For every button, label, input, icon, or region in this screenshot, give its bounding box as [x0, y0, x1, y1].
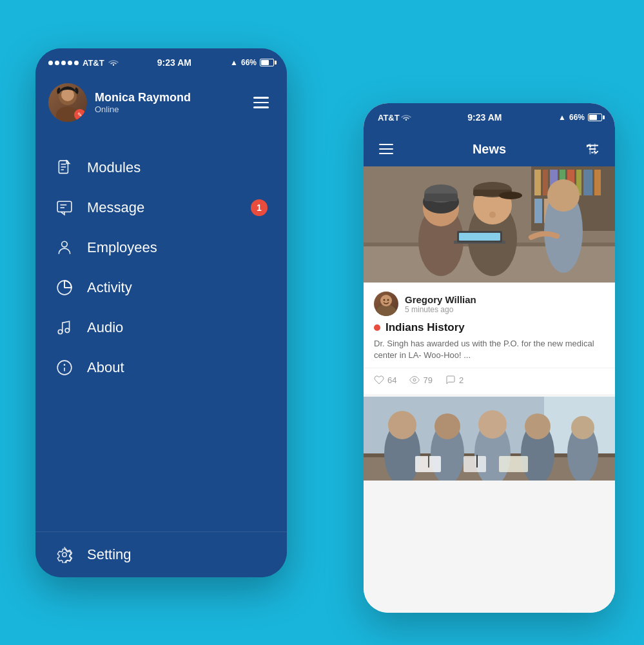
battery-percent-left: 66%	[241, 58, 257, 67]
svg-point-55	[387, 299, 389, 301]
nav-label-about: About	[87, 359, 124, 376]
svg-point-56	[413, 379, 416, 381]
topic-title: Indians History	[385, 321, 465, 334]
nav-label-message: Message	[87, 199, 144, 216]
view-action: 79	[409, 375, 432, 385]
svg-point-68	[525, 413, 551, 439]
svg-point-53	[380, 295, 392, 306]
news-title: News	[473, 142, 506, 157]
author-info-1: Gregory Willian 5 minutes ago	[405, 294, 476, 314]
user-info: ✎ Monica Raymond Online	[48, 83, 191, 122]
svg-rect-74	[428, 455, 429, 468]
status-bar-left-group: AT&T	[48, 58, 119, 68]
article-actions-1: 64 79 2	[364, 368, 615, 394]
article-body-1: Indians History Dr. Singh has awarded us…	[364, 321, 615, 368]
like-action[interactable]: 64	[374, 375, 396, 385]
status-right-right: ▲ 66%	[558, 113, 602, 122]
svg-rect-72	[463, 456, 486, 472]
article-topic: Indians History	[374, 321, 605, 334]
svg-point-15	[65, 328, 70, 332]
svg-point-66	[478, 410, 507, 439]
right-phone-header: News	[364, 132, 615, 166]
nav-menu: Modules Message 1 Employees	[35, 135, 287, 531]
scene: AT&T 9:23 AM ▲ 66%	[0, 0, 644, 645]
svg-point-19	[63, 553, 67, 557]
svg-point-10	[62, 241, 68, 247]
info-icon	[55, 358, 74, 377]
nav-item-activity[interactable]: Activity	[35, 268, 287, 308]
topic-dot	[374, 324, 380, 331]
user-text: Monica Raymond Online	[95, 91, 191, 114]
nav-item-message[interactable]: Message 1	[35, 188, 287, 228]
battery-icon-right	[588, 114, 602, 121]
article-card-2[interactable]	[364, 397, 615, 481]
avatar-edit-badge[interactable]: ✎	[74, 109, 86, 121]
article-meta-1: Gregory Willian 5 minutes ago	[364, 283, 615, 321]
svg-point-47	[547, 179, 580, 212]
document-icon	[55, 158, 74, 177]
nav-item-employees[interactable]: Employees	[35, 228, 287, 268]
chat-icon	[55, 198, 74, 217]
nav-item-audio[interactable]: Audio	[35, 308, 287, 348]
carrier-right: AT&T	[378, 113, 400, 123]
svg-point-54	[384, 299, 385, 301]
article-card-1[interactable]: Gregory Willian 5 minutes ago Indians Hi…	[364, 166, 615, 394]
people-scene-2	[364, 397, 615, 481]
message-badge: 1	[251, 199, 268, 216]
nav-item-about[interactable]: About	[35, 348, 287, 388]
status-bar-right-left: AT&T	[376, 113, 411, 123]
author-avatar-1	[374, 292, 398, 316]
phone-left: AT&T 9:23 AM ▲ 66%	[35, 48, 287, 577]
svg-point-62	[388, 411, 416, 439]
svg-rect-29	[594, 170, 601, 195]
svg-rect-40	[424, 194, 458, 201]
status-bar-right: AT&T 9:23 AM ▲ 66%	[364, 103, 615, 132]
battery-percent-right: 66%	[569, 113, 585, 122]
news-menu-button[interactable]	[376, 139, 396, 159]
status-bar-right-group: ▲ 66%	[230, 58, 274, 67]
svg-rect-7	[57, 201, 72, 212]
setting-label: Setting	[87, 546, 132, 563]
article-excerpt: Dr. Singh has awarded us with the P.O. f…	[374, 338, 605, 361]
nav-label-audio: Audio	[87, 319, 123, 336]
comment-action[interactable]: 2	[445, 375, 463, 385]
comment-count: 2	[459, 375, 463, 385]
sort-button[interactable]	[583, 139, 602, 159]
left-footer: Setting	[35, 531, 287, 577]
person-icon	[55, 238, 74, 257]
people-scene-1	[364, 166, 615, 283]
svg-point-45	[499, 192, 522, 199]
svg-point-14	[58, 330, 63, 334]
left-header: ✎ Monica Raymond Online	[35, 77, 287, 135]
time-display-right: 9:23 AM	[467, 112, 502, 123]
time-display-left: 9:23 AM	[157, 57, 191, 68]
article-image-1	[364, 166, 615, 283]
author-name: Gregory Willian	[405, 294, 476, 305]
nav-label-modules: Modules	[87, 159, 141, 176]
svg-point-2	[61, 88, 74, 101]
status-bar-left: AT&T 9:23 AM ▲ 66%	[35, 48, 287, 77]
battery-icon-left	[260, 59, 274, 66]
nav-label-activity: Activity	[87, 279, 132, 296]
music-icon	[55, 318, 74, 337]
svg-rect-22	[534, 170, 541, 195]
pie-chart-icon	[55, 278, 74, 297]
nav-item-modules[interactable]: Modules	[35, 148, 287, 188]
article-image-2	[364, 397, 615, 481]
svg-point-51	[489, 212, 496, 218]
avatar[interactable]: ✎	[48, 83, 87, 122]
news-feed: Gregory Willian 5 minutes ago Indians Hi…	[364, 166, 615, 613]
location-icon-right: ▲	[558, 113, 566, 122]
svg-rect-28	[583, 170, 592, 195]
hamburger-button[interactable]	[248, 90, 274, 115]
gear-icon	[55, 545, 74, 564]
nav-label-employees: Employees	[87, 239, 157, 256]
location-icon: ▲	[230, 58, 238, 67]
view-count: 79	[423, 375, 432, 385]
svg-rect-30	[534, 199, 542, 223]
settings-item[interactable]: Setting	[55, 545, 268, 564]
svg-point-70	[571, 416, 594, 439]
user-status: Online	[95, 104, 191, 114]
time-ago: 5 minutes ago	[405, 305, 476, 314]
svg-rect-75	[476, 455, 478, 468]
